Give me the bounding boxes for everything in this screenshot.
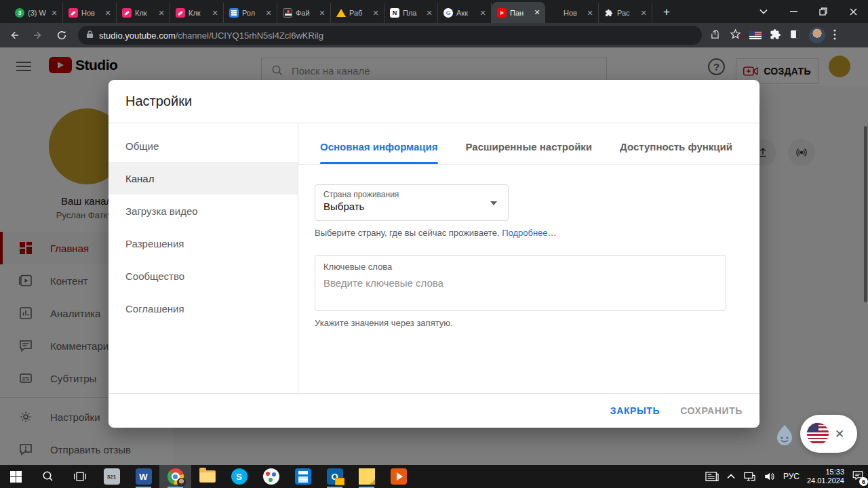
extensions-puzzle-icon[interactable] — [770, 28, 781, 43]
vpn-country-pill[interactable]: ✕ — [800, 415, 857, 453]
settings-nav: Общие Канал Загрузка видео Разрешения Со… — [108, 124, 298, 393]
language-indicator[interactable]: РУС — [783, 472, 800, 481]
forward-button[interactable] — [28, 26, 47, 45]
lock-icon — [86, 30, 94, 41]
news-widget-icon[interactable] — [705, 470, 719, 483]
settings-nav-permissions[interactable]: Разрешения — [108, 227, 298, 260]
close-button[interactable]: ЗАКРЫТЬ — [610, 405, 660, 416]
us-flag-icon — [806, 422, 829, 445]
taskbar-mpc-player[interactable]: 321 — [96, 465, 127, 488]
action-center-button[interactable]: 6 — [852, 470, 864, 483]
notion-icon: N — [390, 8, 399, 18]
window-close-button[interactable] — [838, 0, 868, 23]
taskbar-chrome[interactable] — [159, 465, 191, 488]
taskbar-paint[interactable] — [255, 465, 287, 488]
tab-close-icon[interactable]: ✕ — [318, 9, 326, 18]
windows-taskbar: 321 W S O РУС 15:33 24.01.2024 6 — [0, 465, 868, 488]
tab-close-icon[interactable]: ✕ — [533, 8, 541, 17]
docs-icon — [229, 8, 239, 18]
taskbar-sticky-notes[interactable] — [351, 465, 382, 488]
tab-close-icon[interactable]: ✕ — [479, 9, 487, 18]
browser-profile-avatar[interactable] — [809, 27, 825, 43]
browser-tab-whatsapp[interactable]: 3 (3) W ✕ — [9, 3, 63, 23]
hola-flame-icon[interactable] — [774, 424, 795, 446]
chevron-down-icon — [490, 201, 497, 205]
settings-nav-agreements[interactable]: Соглашения — [108, 292, 298, 325]
volume-icon[interactable] — [764, 471, 776, 482]
taskbar-skype[interactable]: S — [223, 465, 255, 488]
whatsapp-icon: 3 — [15, 8, 24, 18]
browser-tab-3[interactable]: Клк ✕ — [117, 3, 170, 23]
window-restore-button[interactable] — [808, 0, 838, 23]
skype-icon: S — [231, 468, 248, 485]
browser-tab-docs[interactable]: Рол ✕ — [224, 3, 277, 23]
browser-tab-2[interactable]: Нов ✕ — [63, 3, 117, 23]
browser-menu-icon[interactable] — [833, 29, 836, 42]
browser-tab-4[interactable]: Клк ✕ — [170, 3, 224, 23]
browser-tab-google[interactable]: G Акк ✕ — [438, 3, 492, 23]
settings-channel-panel: Основная информация Расширенные настройк… — [298, 124, 760, 393]
settings-dialog: Настройки Общие Канал Загрузка видео Раз… — [108, 80, 760, 428]
tab-close-icon[interactable]: ✕ — [639, 9, 648, 18]
folder-icon — [199, 470, 216, 483]
taskbar-outlook[interactable]: O — [319, 465, 351, 488]
tab-close-icon[interactable]: ✕ — [425, 9, 433, 18]
save-button[interactable]: СОХРАНИТЬ — [680, 405, 743, 416]
clock[interactable]: 15:33 24.01.2024 — [807, 468, 844, 485]
puzzle-icon — [604, 8, 614, 18]
taskbar-file-explorer[interactable] — [191, 465, 223, 488]
tab-close-icon[interactable]: ✕ — [264, 9, 273, 18]
address-bar[interactable]: studio.youtube.com/channel/UCIYQ15rhN5sl… — [78, 26, 702, 45]
tab-close-icon[interactable]: ✕ — [157, 9, 165, 18]
start-button[interactable] — [0, 465, 32, 488]
country-select[interactable]: Страна проживания Выбрать — [315, 184, 509, 221]
task-view-icon — [73, 470, 87, 483]
tab-close-icon[interactable]: ✕ — [372, 9, 380, 18]
settings-nav-upload-defaults[interactable]: Загрузка видео — [108, 195, 298, 227]
keywords-input[interactable] — [323, 277, 717, 307]
youtube-studio-page: Studio ? СОЗДАТЬ Ваш канал Руслан Фаткул… — [0, 47, 868, 465]
browser-tab-lavka[interactable]: Фай ✕ — [277, 3, 331, 23]
settings-nav-channel[interactable]: Канал — [108, 162, 298, 195]
share-icon[interactable] — [710, 28, 722, 43]
dialog-title: Настройки — [108, 80, 760, 123]
tab-close-icon[interactable]: ✕ — [50, 9, 58, 18]
taskbar-search-button[interactable] — [32, 465, 64, 488]
taskbar-calculator[interactable] — [287, 465, 319, 488]
side-panel-icon[interactable] — [789, 28, 801, 43]
drive-icon — [336, 8, 346, 18]
channel-tabs: Основная информация Расширенные настройк… — [298, 124, 760, 165]
settings-nav-community[interactable]: Сообщество — [108, 260, 298, 292]
network-icon[interactable] — [743, 471, 756, 482]
taskbar-video-player[interactable] — [382, 465, 414, 488]
vpn-close-icon[interactable]: ✕ — [835, 427, 844, 441]
browser-tab-youtube-studio[interactable]: Пан ✕ — [492, 2, 545, 23]
tab-basic-info[interactable]: Основная информация — [320, 141, 438, 164]
keywords-label: Ключевые слова — [323, 262, 717, 272]
tab-search-chevron-icon[interactable] — [749, 0, 778, 23]
dialog-footer: ЗАКРЫТЬ СОХРАНИТЬ — [108, 393, 760, 428]
new-tab-button[interactable]: + — [658, 3, 675, 21]
bookmark-star-icon[interactable] — [730, 28, 741, 43]
tab-close-icon[interactable]: ✕ — [586, 9, 594, 18]
browser-toolbar: studio.youtube.com/channel/UCIYQ15rhN5sl… — [0, 23, 868, 47]
browser-tab-notion[interactable]: N Пла ✕ — [384, 3, 438, 23]
search-icon — [42, 470, 54, 483]
reload-button[interactable] — [52, 26, 71, 45]
back-button[interactable] — [5, 26, 24, 45]
tab-feature-eligibility[interactable]: Доступность функций — [620, 141, 732, 164]
settings-nav-general[interactable]: Общие — [108, 129, 298, 162]
task-view-button[interactable] — [64, 465, 96, 488]
browser-tab-microsoft[interactable]: Нов ✕ — [545, 3, 599, 23]
window-minimize-button[interactable] — [778, 0, 808, 23]
tab-advanced-settings[interactable]: Расширенные настройки — [466, 141, 593, 164]
taskbar-word[interactable]: W — [127, 465, 159, 488]
tray-chevron-up-icon[interactable] — [727, 474, 735, 479]
vpn-flag-extension-icon[interactable] — [749, 31, 762, 39]
browser-tab-drive[interactable]: Раб ✕ — [331, 3, 384, 23]
tab-close-icon[interactable]: ✕ — [104, 9, 112, 18]
calculator-icon — [295, 468, 311, 485]
tab-close-icon[interactable]: ✕ — [211, 9, 219, 18]
browser-tab-extensions[interactable]: Рас ✕ — [599, 3, 652, 23]
learn-more-link[interactable]: Подробнее… — [502, 228, 556, 238]
